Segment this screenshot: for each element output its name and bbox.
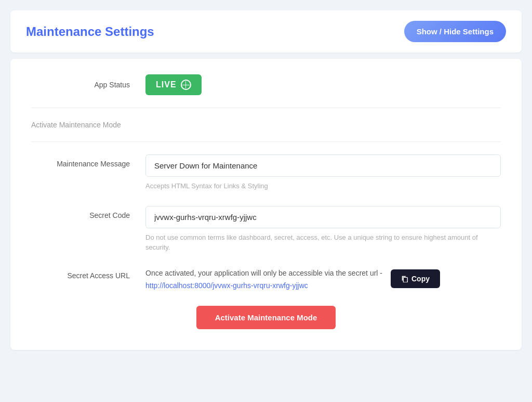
secret-code-row: Secret Code Do not use common terms like… <box>31 206 501 253</box>
copy-button[interactable]: Copy <box>391 269 440 288</box>
activate-btn-wrapper: Activate Maintenance Mode <box>31 306 501 329</box>
secret-code-content: Do not use common terms like dashboard, … <box>145 206 501 253</box>
page-container: Maintenance Settings Show / Hide Setting… <box>10 10 522 350</box>
secret-access-url-description: Once activated, your application will on… <box>145 269 382 277</box>
maintenance-message-row: Maintenance Message Accepts HTML Syntax … <box>31 154 501 191</box>
secret-code-label: Secret Code <box>31 206 145 219</box>
secret-access-url-row: Secret Access URL Once activated, your a… <box>31 267 501 292</box>
main-card: App Status LIVE Activate Maintenance Mod… <box>10 59 522 350</box>
section-heading: Activate Maintenance Mode <box>31 121 501 129</box>
page-title: Maintenance Settings <box>26 24 154 39</box>
secret-code-input[interactable] <box>145 206 501 228</box>
maintenance-message-label: Maintenance Message <box>31 154 145 168</box>
copy-button-label: Copy <box>411 275 430 283</box>
copy-icon <box>401 275 408 282</box>
live-text: LIVE <box>156 80 177 89</box>
secret-access-url-link[interactable]: http://localhost:8000/jvvwx-gurhs-vrqru-… <box>145 280 382 291</box>
secret-access-url-label: Secret Access URL <box>31 267 145 280</box>
maintenance-message-hint: Accepts HTML Syntax for Links & Styling <box>145 181 501 191</box>
divider <box>31 141 501 142</box>
url-with-copy: Once activated, your application will on… <box>145 267 440 292</box>
live-badge: LIVE <box>145 74 202 95</box>
maintenance-message-content: Accepts HTML Syntax for Links & Styling <box>145 154 501 191</box>
maintenance-message-input[interactable] <box>145 154 501 177</box>
app-status-label: App Status <box>31 81 145 89</box>
app-status-row: App Status LIVE <box>31 74 501 108</box>
secret-code-hint: Do not use common terms like dashboard, … <box>145 232 501 253</box>
show-hide-settings-button[interactable]: Show / Hide Settings <box>404 21 506 42</box>
secret-url-content: Once activated, your application will on… <box>145 267 382 292</box>
header-card: Maintenance Settings Show / Hide Setting… <box>10 10 522 53</box>
globe-icon <box>181 80 191 90</box>
svg-rect-0 <box>403 277 407 282</box>
activate-maintenance-mode-button[interactable]: Activate Maintenance Mode <box>196 306 336 329</box>
